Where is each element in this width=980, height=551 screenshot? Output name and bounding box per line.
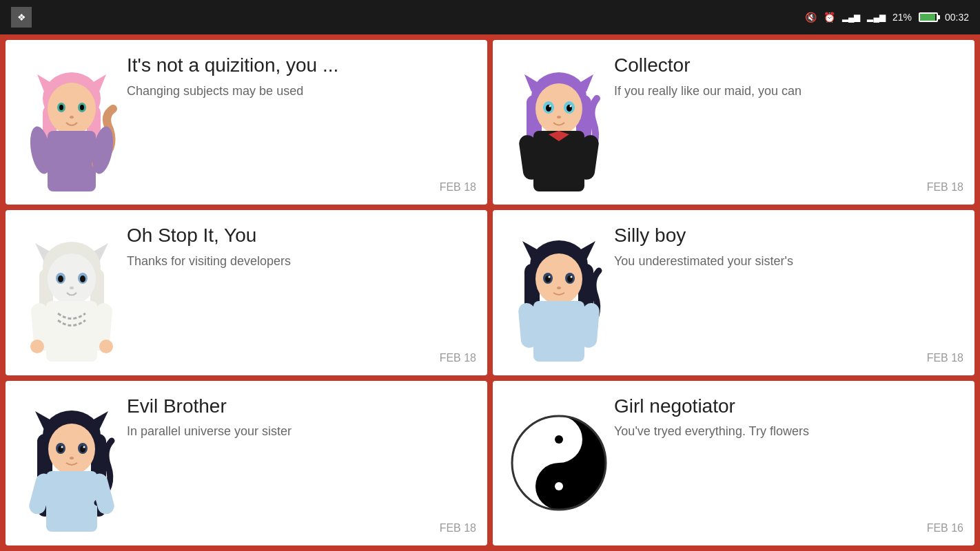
- card-6-content: Girl negotiator You've tryed everything.…: [614, 389, 963, 537]
- card-1-subtitle: Changing subjects may be used: [127, 83, 476, 100]
- svg-point-73: [61, 446, 63, 448]
- svg-point-41: [70, 287, 74, 289]
- alarm-icon: ⏰: [824, 12, 835, 23]
- card-3-subtitle: Thanks for visiting developers: [127, 253, 476, 270]
- battery-percent: 21%: [892, 12, 912, 23]
- card-5-subtitle: In parallel universe your sister: [127, 423, 476, 440]
- card-2-date: FEB 18: [614, 181, 963, 194]
- card-5[interactable]: Evil Brother In parallel universe your s…: [6, 381, 487, 545]
- svg-point-19: [535, 83, 582, 134]
- svg-point-58: [571, 276, 573, 278]
- card-5-date: FEB 18: [127, 522, 476, 534]
- status-bar-right: 🔇 ⏰ ▂▄▆ ▂▄▆ 21% 00:32: [805, 12, 969, 23]
- battery-icon: [919, 12, 938, 22]
- svg-point-40: [80, 276, 85, 282]
- svg-point-10: [70, 116, 74, 118]
- svg-point-75: [70, 457, 74, 459]
- card-2-content: Collector If you really like our maid, y…: [614, 48, 963, 196]
- card-3-content: Oh Stop It, You Thanks for visiting deve…: [127, 218, 476, 366]
- svg-point-5: [48, 83, 96, 135]
- card-4-date: FEB 18: [614, 352, 963, 364]
- card-6-image: [504, 389, 614, 537]
- status-bar-left: ❖: [11, 7, 32, 28]
- card-3-title: Oh Stop It, You: [127, 224, 476, 247]
- svg-point-24: [549, 105, 551, 107]
- svg-rect-60: [533, 301, 584, 362]
- svg-point-83: [555, 482, 563, 490]
- card-1[interactable]: It's not a quizition, you ... Changing s…: [6, 40, 487, 205]
- card-3[interactable]: Oh Stop It, You Thanks for visiting deve…: [6, 210, 487, 375]
- card-5-image: [17, 389, 127, 537]
- signal-icon-2: ▂▄▆: [867, 12, 886, 22]
- svg-point-59: [557, 287, 561, 289]
- card-2-subtitle: If you really like our maid, you can: [614, 83, 963, 100]
- svg-point-57: [549, 276, 551, 278]
- card-1-date: FEB 18: [127, 181, 476, 194]
- sound-icon: 🔇: [805, 12, 817, 23]
- svg-rect-11: [48, 131, 96, 191]
- svg-point-8: [59, 105, 63, 110]
- svg-point-26: [557, 116, 561, 118]
- status-bar: ❖ 🔇 ⏰ ▂▄▆ ▂▄▆ 21% 00:32: [0, 0, 980, 34]
- card-4-image: [504, 218, 614, 366]
- svg-point-28: [555, 132, 562, 139]
- svg-point-74: [83, 446, 85, 448]
- svg-point-25: [570, 105, 572, 107]
- card-2-title: Collector: [614, 54, 963, 77]
- card-2-image: [504, 48, 614, 196]
- card-6-subtitle: You've tryed everything. Try flowers: [614, 423, 963, 440]
- card-4-title: Silly boy: [614, 224, 963, 247]
- svg-rect-76: [46, 471, 97, 532]
- svg-rect-42: [46, 301, 97, 362]
- svg-point-52: [535, 253, 582, 304]
- card-4-subtitle: You underestimated your sister's: [614, 253, 963, 270]
- card-3-date: FEB 18: [127, 352, 476, 364]
- svg-point-46: [99, 340, 113, 353]
- card-4[interactable]: Silly boy You underestimated your sister…: [493, 210, 974, 375]
- card-1-image: [17, 48, 127, 196]
- svg-point-82: [555, 435, 563, 444]
- card-6[interactable]: Girl negotiator You've tryed everything.…: [493, 381, 974, 545]
- svg-point-9: [80, 105, 84, 110]
- svg-point-39: [58, 276, 63, 282]
- card-6-date: FEB 16: [614, 522, 963, 534]
- card-1-content: It's not a quizition, you ... Changing s…: [127, 48, 476, 196]
- card-3-image: [17, 218, 127, 366]
- svg-point-36: [48, 253, 96, 304]
- signal-icon-1: ▂▄▆: [842, 12, 861, 22]
- main-content: It's not a quizition, you ... Changing s…: [0, 34, 980, 551]
- svg-point-45: [30, 340, 44, 353]
- card-2[interactable]: Collector If you really like our maid, y…: [493, 40, 974, 205]
- svg-point-68: [48, 424, 95, 475]
- app-icon: ❖: [11, 7, 32, 28]
- time-display: 00:32: [945, 12, 969, 23]
- card-6-title: Girl negotiator: [614, 395, 963, 418]
- card-5-content: Evil Brother In parallel universe your s…: [127, 389, 476, 537]
- card-5-title: Evil Brother: [127, 395, 476, 418]
- card-4-content: Silly boy You underestimated your sister…: [614, 218, 963, 366]
- card-1-title: It's not a quizition, you ...: [127, 54, 476, 77]
